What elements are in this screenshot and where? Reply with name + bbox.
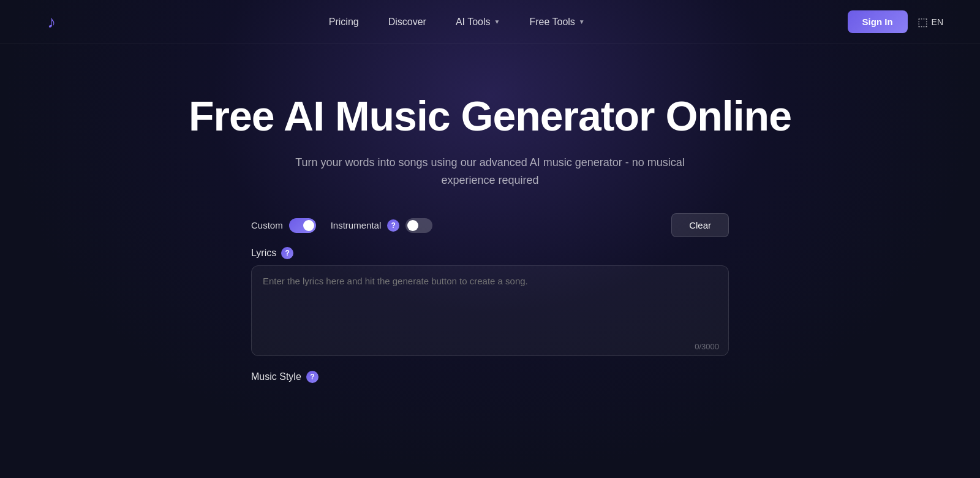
nav-center: Pricing Discover AI Tools ▼ Free Tools ▼ [329,17,585,28]
instrumental-toggle[interactable] [405,218,432,233]
custom-label: Custom [251,220,283,230]
nav-item-discover[interactable]: Discover [388,17,426,28]
nav-item-ai-tools[interactable]: AI Tools ▼ [456,17,500,28]
lyrics-label: Lyrics [251,248,276,259]
lyrics-header: Lyrics ? [251,247,729,259]
hero-section: Free AI Music Generator Online Turn your… [0,44,980,213]
lyrics-textarea[interactable] [251,265,729,356]
logo-area: ♪ [37,7,66,37]
lyrics-help-icon[interactable]: ? [281,247,293,259]
language-selector[interactable]: ⬚ EN [918,15,943,29]
custom-toggle[interactable] [289,218,316,233]
music-style-help-icon[interactable]: ? [306,371,318,383]
sign-in-button[interactable]: Sign In [848,10,908,33]
nav-item-free-tools[interactable]: Free Tools ▼ [529,17,584,28]
navbar-right: Sign In ⬚ EN [848,10,943,33]
instrumental-help-icon[interactable]: ? [387,219,399,232]
generator-section: Custom Instrumental ? Clear Lyrics ? 0/3… [239,213,741,383]
chevron-down-icon: ▼ [494,18,500,25]
nav-pricing-label: Pricing [329,17,359,28]
chevron-down-icon: ▼ [579,18,585,25]
custom-toggle-thumb [303,220,314,231]
music-style-label: Music Style [251,371,301,382]
instrumental-control-group: Instrumental ? [331,218,433,233]
controls-left: Custom Instrumental ? [251,218,432,233]
hero-title: Free AI Music Generator Online [0,93,980,139]
language-label: EN [932,17,943,27]
clear-button[interactable]: Clear [671,213,729,237]
lyrics-textarea-wrapper: 0/3000 [251,265,729,358]
char-count: 0/3000 [695,342,719,351]
instrumental-toggle-thumb [407,220,418,231]
custom-control-group: Custom [251,218,316,233]
navbar: ♪ Pricing Discover AI Tools ▼ Free Tools… [0,0,980,44]
nav-ai-tools-label: AI Tools [456,17,491,28]
controls-row: Custom Instrumental ? Clear [251,213,729,237]
translate-icon: ⬚ [918,15,928,29]
logo-icon[interactable]: ♪ [37,7,66,37]
music-style-header: Music Style ? [251,371,729,383]
nav-free-tools-label: Free Tools [529,17,575,28]
hero-subtitle: Turn your words into songs using our adv… [282,154,698,189]
nav-discover-label: Discover [388,17,426,28]
nav-item-pricing[interactable]: Pricing [329,17,359,28]
instrumental-label: Instrumental [331,220,382,230]
